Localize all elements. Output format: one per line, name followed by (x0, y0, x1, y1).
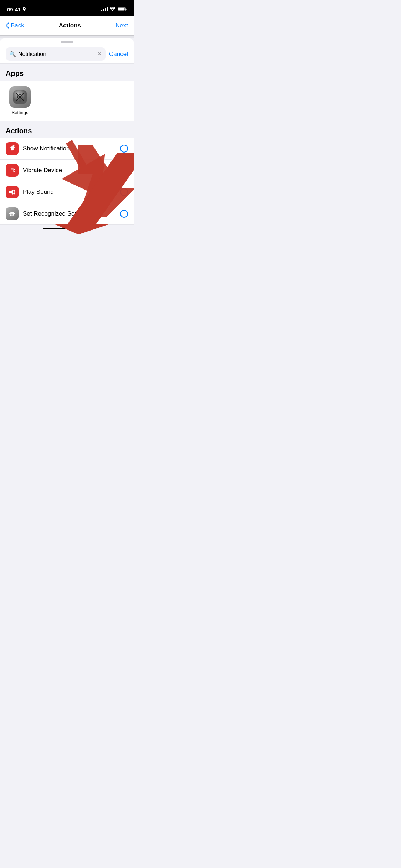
svg-point-23 (12, 169, 13, 170)
apps-section-header: Apps (0, 64, 134, 81)
apps-section: Settings (0, 81, 134, 121)
svg-point-5 (19, 96, 21, 98)
set-recognized-sound-info-button[interactable]: i (120, 210, 128, 218)
divider-recognized-sound (0, 224, 134, 225)
gear-small-svg (8, 210, 16, 218)
settings-app-icon (9, 86, 31, 108)
list-item-show-notification[interactable]: Show Notification i (0, 138, 134, 159)
set-recognized-sound-label: Set Recognized Sound (23, 210, 116, 217)
vibrate-device-label: Vibrate Device (23, 167, 116, 174)
svg-rect-19 (11, 150, 14, 150)
back-button[interactable]: Back (6, 22, 24, 29)
recognized-sound-icon (6, 207, 19, 220)
nav-title: Actions (59, 22, 81, 29)
home-indicator (0, 225, 134, 232)
svg-rect-2 (118, 8, 125, 11)
back-label: Back (11, 22, 24, 29)
sheet-handle (61, 41, 73, 43)
app-label-settings: Settings (12, 110, 29, 115)
svg-rect-24 (10, 169, 10, 170)
bell-icon (9, 145, 16, 152)
svg-point-20 (12, 150, 13, 151)
search-container: 🔍 ✕ Cancel (0, 45, 134, 64)
apps-section-title: Apps (6, 69, 24, 77)
status-icons (101, 7, 127, 11)
speaker-icon (6, 186, 19, 198)
gear-svg (13, 90, 27, 104)
svg-line-38 (10, 215, 11, 216)
location-icon (22, 7, 26, 11)
svg-rect-25 (10, 171, 10, 172)
actions-list: Show Notification i Vibr (0, 138, 134, 225)
next-button[interactable]: Next (115, 22, 128, 29)
vibrate-svg (9, 167, 16, 174)
search-icon: 🔍 (9, 51, 16, 57)
play-sound-label: Play Sound (23, 188, 116, 196)
list-item-set-recognized-sound[interactable]: Set Recognized Sound i (0, 203, 134, 224)
svg-marker-28 (9, 190, 13, 195)
list-item-play-sound[interactable]: Play Sound i (0, 181, 134, 203)
bottom-sheet: 🔍 ✕ Cancel Apps (0, 38, 134, 225)
svg-rect-1 (126, 9, 127, 10)
search-input-wrapper: 🔍 ✕ (6, 47, 106, 61)
svg-line-37 (13, 212, 14, 213)
battery-icon (118, 7, 127, 11)
play-sound-info-button[interactable]: i (120, 188, 128, 196)
svg-line-36 (13, 215, 14, 216)
svg-point-30 (11, 213, 13, 215)
app-item-settings[interactable]: Settings (6, 86, 34, 115)
sheet-drag-area (0, 36, 134, 38)
wifi-icon (110, 7, 115, 11)
search-input[interactable] (18, 51, 95, 57)
status-bar: 09:41 (0, 0, 134, 16)
clear-search-button[interactable]: ✕ (97, 50, 102, 58)
show-notification-info-button[interactable]: i (120, 145, 128, 153)
signal-icon (101, 7, 108, 11)
status-time: 09:41 (7, 6, 21, 12)
nav-bar: Back Actions Next (0, 16, 134, 36)
content-wrapper: 🔍 ✕ Cancel Apps (0, 38, 134, 225)
chevron-left-icon (6, 22, 9, 29)
sheet-handle-bar (0, 38, 134, 45)
speaker-svg (8, 188, 16, 196)
actions-section-title: Actions (6, 127, 32, 135)
vibrate-device-info-button[interactable]: i (120, 166, 128, 174)
svg-rect-27 (14, 171, 15, 172)
list-item-vibrate-device[interactable]: Vibrate Device i (0, 160, 134, 181)
cancel-button[interactable]: Cancel (109, 51, 128, 58)
svg-rect-26 (14, 169, 15, 170)
vibrate-icon (6, 164, 19, 177)
show-notification-label: Show Notification (23, 145, 116, 152)
show-notification-icon (6, 142, 19, 155)
home-bar (43, 228, 91, 229)
svg-line-35 (10, 212, 11, 213)
actions-section-header: Actions (0, 121, 134, 138)
